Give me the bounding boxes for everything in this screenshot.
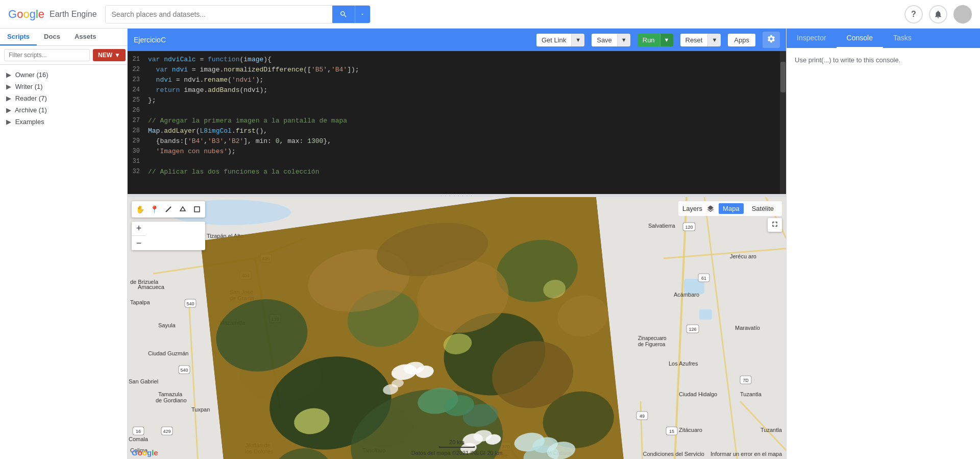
avatar[interactable] [953, 5, 972, 23]
tree-item-writer[interactable]: ▶ Writer (1) [0, 81, 127, 92]
arrow-icon: ▶ [6, 83, 11, 90]
marker-tool-button[interactable]: 📍 [148, 203, 161, 216]
svg-text:Amacueca: Amacueca [138, 284, 165, 290]
get-link-main[interactable]: Get Link [536, 34, 571, 46]
scale-line [439, 446, 475, 448]
run-main[interactable]: Run [638, 34, 660, 46]
help-button[interactable]: ? [904, 5, 923, 23]
get-link-button[interactable]: Get Link ▼ [536, 34, 584, 46]
tree-item-reader[interactable]: ▶ Reader (7) [0, 92, 127, 104]
svg-text:Zitácuaro: Zitácuaro [679, 427, 702, 433]
tab-inspector[interactable]: Inspector [787, 29, 837, 48]
save-button[interactable]: Save ▼ [592, 34, 630, 46]
svg-line-6 [674, 197, 687, 459]
svg-line-7 [704, 197, 740, 459]
tree-item-label: Writer (1) [15, 83, 43, 90]
code-line: 31 [128, 157, 786, 167]
fullscreen-button[interactable] [768, 218, 782, 232]
code-line: 27 // Agregar la primera imagen a la pan… [128, 116, 786, 127]
svg-text:49: 49 [640, 414, 645, 419]
console-placeholder-text: Use print(...) to write to this console. [795, 56, 972, 64]
svg-text:Ciudad Guzmán: Ciudad Guzmán [148, 350, 189, 356]
tab-assets[interactable]: Assets [67, 29, 104, 45]
reset-button[interactable]: Reset ▼ [680, 34, 721, 46]
settings-button[interactable] [763, 32, 780, 48]
layers-label: Layers [682, 205, 702, 212]
svg-text:540: 540 [186, 301, 194, 306]
svg-line-12 [189, 299, 199, 459]
tab-docs[interactable]: Docs [37, 29, 67, 45]
svg-text:Jerécu aro: Jerécu aro [730, 253, 756, 259]
get-link-arrow[interactable]: ▼ [571, 34, 584, 46]
filter-scripts-input[interactable] [4, 49, 90, 61]
svg-text:Sayula: Sayula [158, 322, 176, 328]
rectangle-tool-button[interactable] [190, 203, 204, 216]
svg-text:16: 16 [136, 429, 141, 434]
svg-text:Maravatío: Maravatío [735, 325, 760, 331]
tree-item-examples[interactable]: ▶ Examples [0, 116, 127, 128]
search-input[interactable] [106, 6, 332, 23]
conditions-link[interactable]: Condiciones del Servicio [643, 451, 704, 457]
map-type-satellite-button[interactable]: Satélite [748, 203, 778, 214]
zoom-out-button[interactable]: − [132, 236, 146, 250]
scripts-tabs: Scripts Docs Assets [0, 29, 127, 46]
left-panel: Scripts Docs Assets NEW ▼ ↻ ▶ Owner (16)… [0, 29, 128, 459]
code-line: 32 // Aplicar las dos funciones a la col… [128, 167, 786, 178]
map-attribution: Datos del mapa ©2021 INEGI 20 km [411, 450, 503, 456]
tab-console[interactable]: Console [837, 29, 883, 48]
save-main[interactable]: Save [592, 34, 617, 46]
svg-rect-70 [179, 366, 190, 374]
svg-text:126: 126 [689, 327, 696, 332]
polygon-tool-button[interactable] [176, 203, 189, 216]
tree-item-label: Archive (1) [15, 106, 47, 114]
arrow-icon: ▶ [6, 118, 11, 126]
map-area[interactable]: Salvatierra Jerécu aro Acámbaro Zinapecu… [128, 197, 786, 459]
svg-text:61: 61 [701, 276, 706, 281]
svg-rect-76 [698, 274, 709, 282]
code-scrollbar-thumb[interactable] [780, 62, 786, 92]
code-line: 28 Map.addLayer(L8imgCol.first(), [128, 127, 786, 137]
search-button[interactable] [332, 6, 355, 23]
svg-text:429: 429 [163, 429, 170, 434]
tab-tasks[interactable]: Tasks [883, 29, 922, 48]
tree-item-archive[interactable]: ▶ Archive (1) [0, 104, 127, 116]
google-logo-text: Google [8, 8, 44, 21]
reset-main[interactable]: Reset [680, 34, 708, 46]
search-icon [339, 10, 348, 18]
code-line: 26 [128, 106, 786, 116]
right-tabs: Inspector Console Tasks [787, 29, 980, 48]
line-tool-button[interactable] [162, 203, 175, 216]
new-script-button[interactable]: NEW ▼ [93, 49, 126, 61]
code-line: 29 {bands:['B4','B3','B2'], min: 0, max:… [128, 137, 786, 147]
svg-text:Tamazula: Tamazula [158, 391, 183, 397]
svg-text:Tuzantla: Tuzantla [761, 427, 782, 433]
tree-item-owner[interactable]: ▶ Owner (16) [0, 69, 127, 81]
tree-item-label: Reader (7) [15, 94, 47, 102]
search-container [105, 5, 371, 23]
search-dropdown-button[interactable] [355, 6, 370, 23]
arrow-icon: ▶ [6, 71, 11, 79]
console-content: Use print(...) to write to this console. [787, 48, 980, 459]
svg-rect-80 [666, 427, 677, 435]
bell-icon [934, 10, 943, 19]
run-button[interactable]: Run ▼ [638, 34, 673, 46]
scale-label: 20 km [439, 439, 475, 445]
svg-rect-68 [185, 299, 196, 307]
report-link[interactable]: Informar un error en el mapa [710, 451, 782, 457]
hand-tool-button[interactable]: ✋ [133, 203, 146, 216]
apps-button[interactable]: Apps [728, 34, 755, 46]
map-type-mapa-button[interactable]: Mapa [719, 203, 744, 214]
code-line: 30 'Imagen con nubes'); [128, 147, 786, 157]
gear-icon [767, 34, 776, 43]
zoom-in-button[interactable]: + [132, 222, 146, 236]
tab-scripts[interactable]: Scripts [0, 29, 37, 45]
run-arrow[interactable]: ▼ [660, 34, 673, 46]
tree-item-label: Examples [15, 118, 44, 126]
code-editor[interactable]: 21 var ndviCalc = function(image){ 22 va… [128, 51, 786, 194]
code-scrollbar[interactable] [780, 51, 786, 194]
reset-arrow[interactable]: ▼ [707, 34, 721, 46]
save-arrow[interactable]: ▼ [617, 34, 630, 46]
logo: Google Earth Engine [8, 8, 97, 21]
script-tree: ▶ Owner (16) ▶ Writer (1) ▶ Reader (7) ▶… [0, 65, 127, 459]
notifications-button[interactable] [929, 5, 947, 23]
